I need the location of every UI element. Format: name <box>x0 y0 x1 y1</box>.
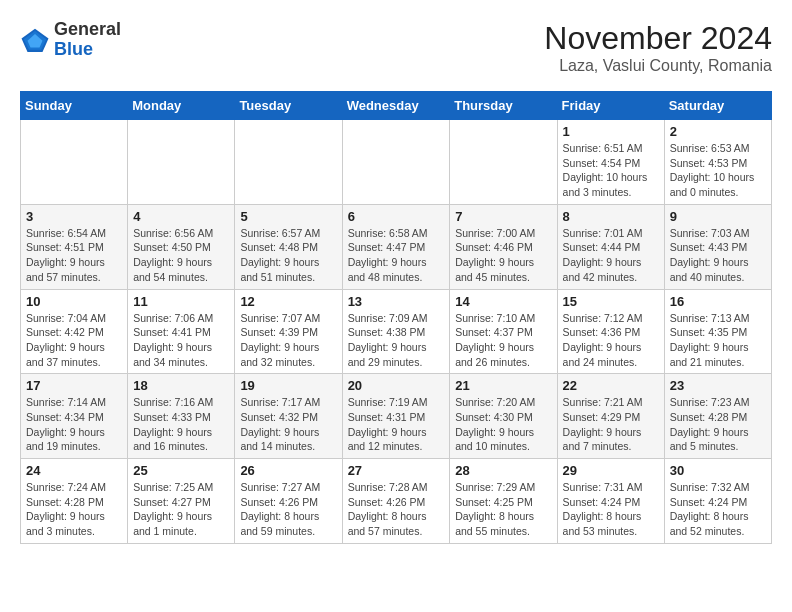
calendar-cell: 4Sunrise: 6:56 AM Sunset: 4:50 PM Daylig… <box>128 204 235 289</box>
calendar-cell: 20Sunrise: 7:19 AM Sunset: 4:31 PM Dayli… <box>342 374 450 459</box>
calendar-cell: 7Sunrise: 7:00 AM Sunset: 4:46 PM Daylig… <box>450 204 557 289</box>
day-number: 5 <box>240 209 336 224</box>
calendar-table: SundayMondayTuesdayWednesdayThursdayFrid… <box>20 91 772 544</box>
calendar-cell: 30Sunrise: 7:32 AM Sunset: 4:24 PM Dayli… <box>664 459 771 544</box>
calendar-header-saturday: Saturday <box>664 92 771 120</box>
day-info: Sunrise: 7:19 AM Sunset: 4:31 PM Dayligh… <box>348 395 445 454</box>
day-info: Sunrise: 7:28 AM Sunset: 4:26 PM Dayligh… <box>348 480 445 539</box>
day-number: 15 <box>563 294 659 309</box>
calendar-cell: 1Sunrise: 6:51 AM Sunset: 4:54 PM Daylig… <box>557 120 664 205</box>
calendar-header-monday: Monday <box>128 92 235 120</box>
day-info: Sunrise: 7:31 AM Sunset: 4:24 PM Dayligh… <box>563 480 659 539</box>
day-info: Sunrise: 6:56 AM Sunset: 4:50 PM Dayligh… <box>133 226 229 285</box>
day-info: Sunrise: 7:27 AM Sunset: 4:26 PM Dayligh… <box>240 480 336 539</box>
calendar-cell: 27Sunrise: 7:28 AM Sunset: 4:26 PM Dayli… <box>342 459 450 544</box>
day-number: 23 <box>670 378 766 393</box>
day-info: Sunrise: 7:09 AM Sunset: 4:38 PM Dayligh… <box>348 311 445 370</box>
day-number: 7 <box>455 209 551 224</box>
calendar-cell: 10Sunrise: 7:04 AM Sunset: 4:42 PM Dayli… <box>21 289 128 374</box>
day-info: Sunrise: 7:25 AM Sunset: 4:27 PM Dayligh… <box>133 480 229 539</box>
calendar-cell: 28Sunrise: 7:29 AM Sunset: 4:25 PM Dayli… <box>450 459 557 544</box>
day-info: Sunrise: 7:01 AM Sunset: 4:44 PM Dayligh… <box>563 226 659 285</box>
calendar-week-4: 17Sunrise: 7:14 AM Sunset: 4:34 PM Dayli… <box>21 374 772 459</box>
calendar-cell <box>21 120 128 205</box>
calendar-week-1: 1Sunrise: 6:51 AM Sunset: 4:54 PM Daylig… <box>21 120 772 205</box>
calendar-cell: 19Sunrise: 7:17 AM Sunset: 4:32 PM Dayli… <box>235 374 342 459</box>
calendar-cell: 14Sunrise: 7:10 AM Sunset: 4:37 PM Dayli… <box>450 289 557 374</box>
calendar-cell: 3Sunrise: 6:54 AM Sunset: 4:51 PM Daylig… <box>21 204 128 289</box>
calendar-header-tuesday: Tuesday <box>235 92 342 120</box>
logo-icon <box>20 25 50 55</box>
day-number: 17 <box>26 378 122 393</box>
day-info: Sunrise: 7:23 AM Sunset: 4:28 PM Dayligh… <box>670 395 766 454</box>
calendar-week-3: 10Sunrise: 7:04 AM Sunset: 4:42 PM Dayli… <box>21 289 772 374</box>
calendar-cell: 6Sunrise: 6:58 AM Sunset: 4:47 PM Daylig… <box>342 204 450 289</box>
day-info: Sunrise: 7:06 AM Sunset: 4:41 PM Dayligh… <box>133 311 229 370</box>
calendar-cell: 13Sunrise: 7:09 AM Sunset: 4:38 PM Dayli… <box>342 289 450 374</box>
calendar-header-row: SundayMondayTuesdayWednesdayThursdayFrid… <box>21 92 772 120</box>
page-header: General Blue November 2024 Laza, Vaslui … <box>20 20 772 75</box>
day-info: Sunrise: 7:10 AM Sunset: 4:37 PM Dayligh… <box>455 311 551 370</box>
calendar-cell: 17Sunrise: 7:14 AM Sunset: 4:34 PM Dayli… <box>21 374 128 459</box>
day-number: 11 <box>133 294 229 309</box>
calendar-cell: 22Sunrise: 7:21 AM Sunset: 4:29 PM Dayli… <box>557 374 664 459</box>
calendar-week-2: 3Sunrise: 6:54 AM Sunset: 4:51 PM Daylig… <box>21 204 772 289</box>
day-info: Sunrise: 7:13 AM Sunset: 4:35 PM Dayligh… <box>670 311 766 370</box>
day-info: Sunrise: 6:57 AM Sunset: 4:48 PM Dayligh… <box>240 226 336 285</box>
day-info: Sunrise: 7:12 AM Sunset: 4:36 PM Dayligh… <box>563 311 659 370</box>
calendar-cell: 12Sunrise: 7:07 AM Sunset: 4:39 PM Dayli… <box>235 289 342 374</box>
day-info: Sunrise: 7:00 AM Sunset: 4:46 PM Dayligh… <box>455 226 551 285</box>
day-number: 18 <box>133 378 229 393</box>
day-info: Sunrise: 7:03 AM Sunset: 4:43 PM Dayligh… <box>670 226 766 285</box>
day-number: 1 <box>563 124 659 139</box>
day-number: 29 <box>563 463 659 478</box>
logo-blue-text: Blue <box>54 40 121 60</box>
day-number: 9 <box>670 209 766 224</box>
title-block: November 2024 Laza, Vaslui County, Roman… <box>544 20 772 75</box>
day-number: 22 <box>563 378 659 393</box>
day-info: Sunrise: 7:20 AM Sunset: 4:30 PM Dayligh… <box>455 395 551 454</box>
calendar-cell: 16Sunrise: 7:13 AM Sunset: 4:35 PM Dayli… <box>664 289 771 374</box>
calendar-header-friday: Friday <box>557 92 664 120</box>
calendar-week-5: 24Sunrise: 7:24 AM Sunset: 4:28 PM Dayli… <box>21 459 772 544</box>
day-number: 3 <box>26 209 122 224</box>
calendar-cell: 21Sunrise: 7:20 AM Sunset: 4:30 PM Dayli… <box>450 374 557 459</box>
calendar-cell: 26Sunrise: 7:27 AM Sunset: 4:26 PM Dayli… <box>235 459 342 544</box>
day-number: 20 <box>348 378 445 393</box>
day-number: 25 <box>133 463 229 478</box>
calendar-cell: 11Sunrise: 7:06 AM Sunset: 4:41 PM Dayli… <box>128 289 235 374</box>
calendar-cell <box>128 120 235 205</box>
calendar-header-wednesday: Wednesday <box>342 92 450 120</box>
day-number: 21 <box>455 378 551 393</box>
day-number: 28 <box>455 463 551 478</box>
day-number: 2 <box>670 124 766 139</box>
day-number: 30 <box>670 463 766 478</box>
day-info: Sunrise: 7:16 AM Sunset: 4:33 PM Dayligh… <box>133 395 229 454</box>
day-number: 14 <box>455 294 551 309</box>
day-info: Sunrise: 6:54 AM Sunset: 4:51 PM Dayligh… <box>26 226 122 285</box>
day-number: 6 <box>348 209 445 224</box>
day-info: Sunrise: 7:14 AM Sunset: 4:34 PM Dayligh… <box>26 395 122 454</box>
calendar-cell: 8Sunrise: 7:01 AM Sunset: 4:44 PM Daylig… <box>557 204 664 289</box>
day-info: Sunrise: 7:17 AM Sunset: 4:32 PM Dayligh… <box>240 395 336 454</box>
day-info: Sunrise: 7:07 AM Sunset: 4:39 PM Dayligh… <box>240 311 336 370</box>
calendar-cell: 24Sunrise: 7:24 AM Sunset: 4:28 PM Dayli… <box>21 459 128 544</box>
logo-general-text: General <box>54 20 121 40</box>
calendar-cell <box>235 120 342 205</box>
calendar-cell: 23Sunrise: 7:23 AM Sunset: 4:28 PM Dayli… <box>664 374 771 459</box>
calendar-header-sunday: Sunday <box>21 92 128 120</box>
day-info: Sunrise: 7:32 AM Sunset: 4:24 PM Dayligh… <box>670 480 766 539</box>
day-info: Sunrise: 6:53 AM Sunset: 4:53 PM Dayligh… <box>670 141 766 200</box>
calendar-cell: 29Sunrise: 7:31 AM Sunset: 4:24 PM Dayli… <box>557 459 664 544</box>
day-info: Sunrise: 7:04 AM Sunset: 4:42 PM Dayligh… <box>26 311 122 370</box>
day-number: 10 <box>26 294 122 309</box>
day-info: Sunrise: 6:58 AM Sunset: 4:47 PM Dayligh… <box>348 226 445 285</box>
location-title: Laza, Vaslui County, Romania <box>544 57 772 75</box>
calendar-cell <box>342 120 450 205</box>
calendar-cell: 25Sunrise: 7:25 AM Sunset: 4:27 PM Dayli… <box>128 459 235 544</box>
day-number: 8 <box>563 209 659 224</box>
calendar-cell: 15Sunrise: 7:12 AM Sunset: 4:36 PM Dayli… <box>557 289 664 374</box>
calendar-cell <box>450 120 557 205</box>
calendar-cell: 18Sunrise: 7:16 AM Sunset: 4:33 PM Dayli… <box>128 374 235 459</box>
day-number: 4 <box>133 209 229 224</box>
